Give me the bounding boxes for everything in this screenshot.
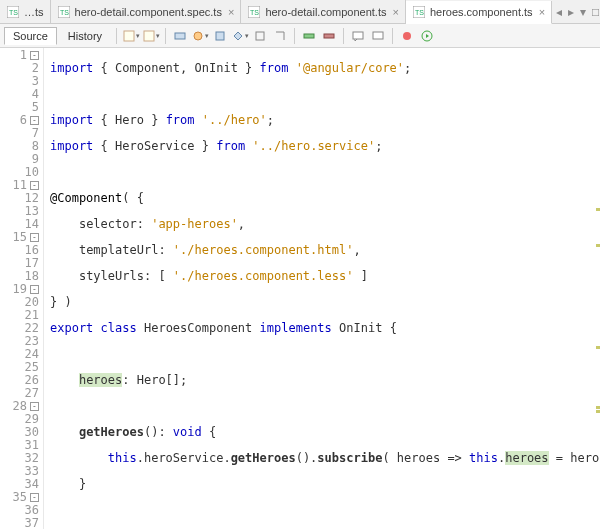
- file-tab[interactable]: TS hero-detail.component.spec.ts ×: [51, 0, 242, 23]
- toolbar-btn-uncomment[interactable]: [369, 27, 387, 45]
- separator: [165, 28, 166, 44]
- close-icon[interactable]: ×: [228, 6, 234, 18]
- svg-rect-9: [144, 31, 154, 41]
- ts-file-icon: TS: [412, 5, 426, 19]
- line-gutter: 1- 2 3 4 5 6- 7 8 9 10 11- 12 13 14 15- …: [0, 48, 44, 529]
- svg-rect-8: [124, 31, 134, 41]
- separator: [392, 28, 393, 44]
- svg-rect-17: [373, 32, 383, 39]
- toolbar-btn-run[interactable]: [418, 27, 436, 45]
- toolbar-btn-1[interactable]: [122, 27, 140, 45]
- file-tab-active[interactable]: TS heroes.component.ts ×: [406, 1, 552, 24]
- editor-tab-bar: TS …ts TS hero-detail.component.spec.ts …: [0, 0, 600, 24]
- toolbar-btn-stop[interactable]: [398, 27, 416, 45]
- separator: [343, 28, 344, 44]
- occurrence-mark[interactable]: [596, 406, 600, 409]
- editor-toolbar: Source History: [0, 24, 600, 48]
- ts-file-icon: TS: [247, 5, 261, 19]
- tab-label: hero-detail.component.spec.ts: [75, 6, 222, 18]
- file-tab[interactable]: TS hero-detail.component.ts ×: [241, 0, 406, 23]
- maximize-icon[interactable]: □: [592, 5, 599, 19]
- scroll-markers: [594, 48, 600, 529]
- occurrence-mark[interactable]: [596, 410, 600, 413]
- fold-icon[interactable]: -: [30, 402, 39, 411]
- history-tab[interactable]: History: [59, 27, 111, 45]
- svg-text:TS: TS: [60, 9, 69, 16]
- tab-label: hero-detail.component.ts: [265, 6, 386, 18]
- tab-label: …ts: [24, 6, 44, 18]
- occurrence-mark[interactable]: [596, 208, 600, 211]
- toolbar-btn-6[interactable]: [231, 27, 249, 45]
- svg-rect-14: [304, 34, 314, 38]
- svg-rect-16: [353, 32, 363, 39]
- occurrence-mark[interactable]: [596, 346, 600, 349]
- close-icon[interactable]: ×: [539, 6, 545, 18]
- separator: [116, 28, 117, 44]
- separator: [294, 28, 295, 44]
- source-tab[interactable]: Source: [4, 27, 57, 45]
- toolbar-btn-7[interactable]: [251, 27, 269, 45]
- svg-text:TS: TS: [9, 9, 18, 16]
- tab-next-icon[interactable]: ▸: [568, 5, 574, 19]
- svg-rect-10: [175, 33, 185, 39]
- code-area[interactable]: import { Component, OnInit } from '@angu…: [44, 48, 600, 529]
- toolbar-btn-9[interactable]: [300, 27, 318, 45]
- fold-icon[interactable]: -: [30, 233, 39, 242]
- ts-file-icon: TS: [57, 5, 71, 19]
- toolbar-btn-comment[interactable]: [349, 27, 367, 45]
- file-tab[interactable]: TS …ts: [0, 0, 51, 23]
- fold-icon[interactable]: -: [30, 181, 39, 190]
- code-editor[interactable]: 1- 2 3 4 5 6- 7 8 9 10 11- 12 13 14 15- …: [0, 48, 600, 529]
- svg-text:TS: TS: [415, 9, 424, 16]
- svg-point-18: [403, 32, 411, 40]
- toolbar-btn-5[interactable]: [211, 27, 229, 45]
- svg-rect-15: [324, 34, 334, 38]
- ts-file-icon: TS: [6, 5, 20, 19]
- tab-nav: ◂ ▸ ▾ □: [552, 5, 600, 19]
- svg-text:TS: TS: [250, 9, 259, 16]
- toolbar-btn-2[interactable]: [142, 27, 160, 45]
- toolbar-btn-10[interactable]: [320, 27, 338, 45]
- toolbar-btn-8[interactable]: [271, 27, 289, 45]
- tab-prev-icon[interactable]: ◂: [556, 5, 562, 19]
- toolbar-btn-3[interactable]: [171, 27, 189, 45]
- tab-list-icon[interactable]: ▾: [580, 5, 586, 19]
- fold-icon[interactable]: -: [30, 285, 39, 294]
- svg-point-11: [194, 32, 202, 40]
- close-icon[interactable]: ×: [392, 6, 398, 18]
- svg-rect-12: [216, 32, 224, 40]
- toolbar-btn-4[interactable]: [191, 27, 209, 45]
- fold-icon[interactable]: -: [30, 493, 39, 502]
- fold-icon[interactable]: -: [30, 116, 39, 125]
- tab-label: heroes.component.ts: [430, 6, 533, 18]
- occurrence-mark[interactable]: [596, 244, 600, 247]
- svg-rect-13: [256, 32, 264, 40]
- fold-icon[interactable]: -: [30, 51, 39, 60]
